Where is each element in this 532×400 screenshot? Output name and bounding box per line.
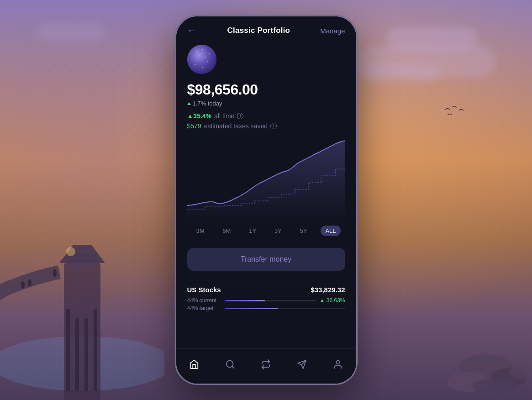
svg-line-18 — [232, 366, 234, 368]
transfer-icon — [261, 359, 271, 369]
period-6m[interactable]: 6M — [218, 226, 235, 236]
stock-value: $33,829.32 — [311, 286, 345, 294]
pier-decoration — [0, 172, 164, 400]
transfer-money-button[interactable]: Transfer money — [187, 248, 345, 271]
star-3 — [195, 64, 195, 65]
tax-info-icon[interactable]: i — [270, 123, 277, 129]
app-header: ← Classic Portfolio Manage — [176, 16, 356, 40]
portfolio-chart — [187, 137, 345, 219]
all-time-info-icon[interactable]: i — [237, 113, 243, 119]
portfolio-avatar — [187, 45, 216, 74]
star-6 — [202, 67, 203, 68]
svg-point-9 — [21, 281, 25, 289]
stock-current-fill — [225, 300, 265, 301]
svg-rect-3 — [66, 309, 70, 391]
back-button[interactable]: ← — [187, 26, 197, 36]
manage-button[interactable]: Manage — [320, 27, 345, 35]
star-7 — [202, 49, 203, 50]
svg-point-11 — [53, 269, 57, 277]
svg-point-21 — [336, 361, 339, 364]
home-icon — [189, 359, 199, 369]
tax-label: estimated taxes saved — [204, 122, 268, 130]
profile-icon — [333, 359, 343, 369]
send-icon — [297, 359, 307, 369]
nav-home[interactable] — [184, 354, 204, 374]
tax-amount: $579 — [187, 122, 201, 130]
period-1y[interactable]: 1Y — [244, 226, 261, 236]
bottom-navigation — [176, 348, 356, 384]
tax-savings-row: $579 estimated taxes saved i — [187, 122, 345, 130]
cloud-3 — [358, 64, 441, 82]
stock-target-row: 44% target — [187, 305, 345, 311]
holding-us-stocks: US Stocks $33,829.32 44% current ▲ 36.63… — [187, 280, 345, 318]
stock-target-bar — [225, 308, 345, 309]
svg-rect-5 — [84, 318, 88, 391]
daily-change: 1.7% today — [187, 100, 345, 107]
daily-change-text: 1.7% today — [193, 100, 222, 107]
chart-svg — [187, 137, 345, 219]
stock-current-bar — [225, 300, 316, 301]
search-icon — [225, 359, 235, 369]
all-time-row: ▲35.4% all time i — [187, 112, 345, 120]
stock-current-label: 44% current — [187, 297, 221, 304]
stock-target-fill — [225, 308, 278, 309]
cloud-4 — [37, 23, 105, 41]
period-3m[interactable]: 3M — [191, 226, 209, 236]
nav-transfer[interactable] — [256, 354, 276, 374]
stock-target-label: 44% target — [187, 305, 221, 311]
svg-point-8 — [66, 247, 75, 256]
nav-profile[interactable] — [328, 354, 348, 374]
all-time-pct: ▲35.4% — [187, 112, 212, 120]
stock-top-row: US Stocks $33,829.32 — [187, 286, 345, 294]
svg-rect-6 — [94, 309, 97, 391]
svg-point-15 — [473, 378, 518, 395]
svg-marker-7 — [59, 245, 105, 263]
all-time-label: all time — [214, 112, 234, 120]
period-3y[interactable]: 3Y — [270, 226, 286, 236]
stock-change: ▲ 36.63% — [320, 297, 345, 304]
svg-rect-4 — [75, 318, 79, 391]
period-all[interactable]: ALL — [321, 226, 340, 236]
stock-name: US Stocks — [187, 286, 221, 294]
birds-decoration — [441, 100, 477, 123]
main-content: $98,656.00 1.7% today ▲35.4% all time i … — [176, 40, 356, 348]
nav-search[interactable] — [220, 354, 240, 374]
stock-current-row: 44% current ▲ 36.63% — [187, 297, 345, 304]
phone-frame: ← Classic Portfolio Manage — [175, 15, 358, 385]
svg-point-10 — [28, 279, 32, 286]
portfolio-value: $98,656.00 — [187, 81, 345, 98]
period-5y[interactable]: 5Y — [295, 226, 312, 236]
nav-send[interactable] — [292, 354, 312, 374]
page-title: Classic Portfolio — [227, 26, 290, 35]
time-period-selector: 3M 6M 1Y 3Y 5Y ALL — [187, 219, 345, 242]
up-arrow-icon — [187, 102, 191, 105]
rocks-decoration — [395, 263, 532, 400]
